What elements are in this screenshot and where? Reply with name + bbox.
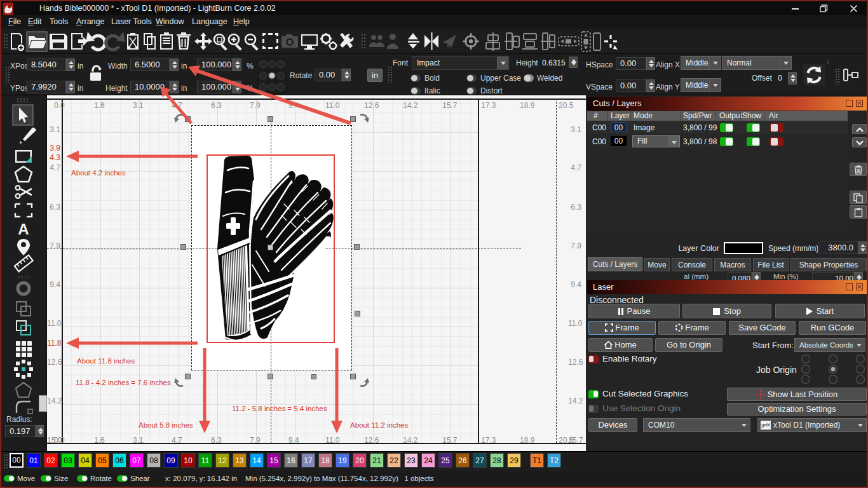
- svg-text:A: A: [18, 220, 29, 238]
